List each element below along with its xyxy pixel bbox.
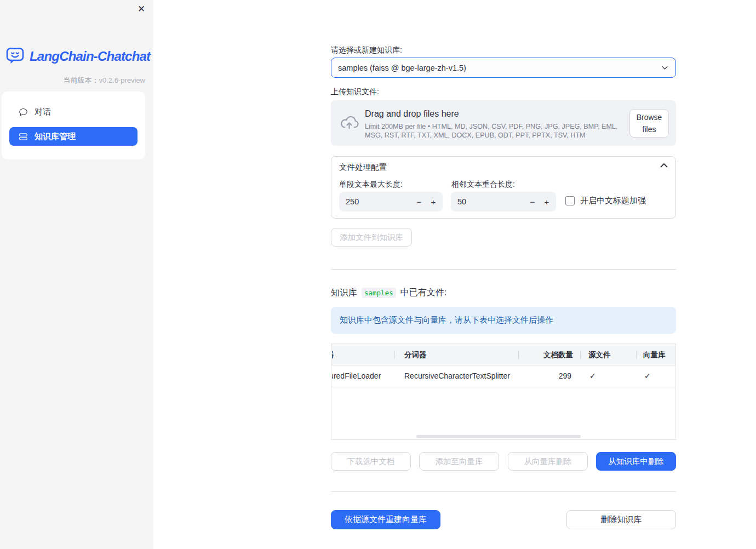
kb-name-chip: samples [362, 288, 396, 298]
chunk-size-label: 单段文本最大长度: [339, 180, 403, 190]
cell-splitter: RecursiveCharacterTextSplitter [404, 371, 510, 380]
dropzone-title: Drag and drop files here [365, 109, 459, 119]
brand-logo-icon [6, 47, 26, 65]
sidebar-menu: 对话 知识库管理 [2, 92, 145, 159]
cloud-upload-icon [340, 115, 359, 131]
kb-select[interactable]: samples (faiss @ bge-large-zh-v1.5) [331, 58, 676, 78]
chunk-plus-button[interactable]: + [427, 192, 439, 211]
minus-icon: − [530, 197, 535, 207]
sidebar-close-button[interactable]: ✕ [135, 3, 148, 16]
divider [331, 269, 676, 270]
chevron-down-icon [661, 64, 669, 72]
divider [331, 491, 676, 492]
info-banner: 知识库中包含源文件与向量库，请从下表中选择文件后操作 [331, 307, 676, 334]
plus-icon: + [545, 197, 549, 207]
column-header-splitter[interactable]: 分词器 [404, 350, 427, 360]
cell-source-check: ✓ [589, 371, 596, 380]
files-table: 文档加载器 分词器 文档数量 源文件 向量库 UnstructuredFileL… [331, 344, 676, 440]
upload-label: 上传知识文件: [331, 87, 379, 97]
plus-icon: + [431, 197, 436, 207]
close-icon: ✕ [138, 4, 145, 14]
overlap-minus-button[interactable]: − [526, 192, 539, 211]
column-divider [580, 351, 581, 359]
version-label: 当前版本： [63, 76, 99, 84]
chunk-size-stepper: − + [339, 192, 443, 211]
brand: LangChain-Chatchat [6, 47, 150, 65]
overlap-size-input[interactable] [457, 192, 523, 211]
expander-header[interactable]: 文件处理配置 [331, 157, 675, 175]
chat-bubble-icon [19, 107, 28, 117]
cell-docs-count: 299 [518, 371, 571, 380]
zh-title-checkbox[interactable] [565, 196, 575, 205]
delete-from-kb-button[interactable]: 从知识库中删除 [596, 452, 676, 471]
expander-title: 文件处理配置 [339, 162, 387, 173]
chunk-minus-button[interactable]: − [413, 192, 425, 211]
existing-prefix: 知识库 [331, 287, 357, 299]
rebuild-vector-store-button[interactable]: 依据源文件重建向量库 [331, 510, 440, 529]
file-dropzone[interactable]: Drag and drop files here Limit 200MB per… [331, 100, 676, 146]
info-banner-text: 知识库中包含源文件与向量库，请从下表中选择文件后操作 [340, 315, 553, 325]
sidebar-item-kb-management[interactable]: 知识库管理 [9, 127, 138, 146]
chunk-size-input[interactable] [346, 192, 411, 211]
sidebar-item-dialogue[interactable]: 对话 [9, 102, 138, 121]
main-content: 请选择或新建知识库: samples (faiss @ bge-large-zh… [331, 0, 676, 549]
cell-vector-check: ✓ [644, 371, 651, 380]
overlap-size-stepper: − + [451, 192, 556, 211]
delete-from-vector-button[interactable]: 从向量库删除 [508, 452, 588, 471]
dropzone-limit-text: Limit 200MB per file • HTML, MD, JSON, C… [365, 122, 627, 140]
sidebar: ✕ LangChain-Chatchat 当前版本：v0.2.6-preview [0, 0, 153, 549]
version-value: v0.2.6-preview [99, 76, 145, 84]
add-files-to-kb-button[interactable]: 添加文件到知识库 [331, 228, 412, 247]
existing-suffix: 中已有文件: [400, 287, 446, 299]
overlap-plus-button[interactable]: + [541, 192, 553, 211]
delete-kb-button[interactable]: 删除知识库 [566, 510, 676, 529]
column-header-source[interactable]: 源文件 [588, 350, 611, 360]
overlap-size-label: 相邻文本重合长度: [451, 180, 515, 190]
add-to-vector-button[interactable]: 添加至向量库 [419, 452, 499, 471]
column-header-docs[interactable]: 文档数量 [518, 350, 573, 360]
column-divider [636, 351, 637, 359]
table-header: 文档加载器 分词器 文档数量 源文件 向量库 [331, 344, 675, 365]
kb-select-label: 请选择或新建知识库: [331, 45, 402, 55]
column-header-vector[interactable]: 向量库 [643, 350, 666, 360]
existing-files-heading: 知识库 samples 中已有文件: [331, 287, 446, 299]
table-row[interactable]: UnstructuredFileLoader RecursiveCharacte… [331, 365, 675, 387]
zh-title-checkbox-row[interactable]: 开启中文标题加强 [565, 196, 646, 206]
app-root: ✕ LangChain-Chatchat 当前版本：v0.2.6-preview [0, 0, 756, 549]
zh-title-checkbox-label: 开启中文标题加强 [580, 196, 646, 206]
cell-loader: UnstructuredFileLoader [332, 371, 394, 381]
file-config-expander: 文件处理配置 单段文本最大长度: 相邻文本重合长度: − + − + [331, 156, 676, 219]
kb-select-value: samples (faiss @ bge-large-zh-v1.5) [338, 64, 661, 72]
minus-icon: − [417, 197, 422, 207]
stacked-bars-icon [19, 132, 28, 141]
brand-title: LangChain-Chatchat [30, 49, 150, 64]
version-line: 当前版本：v0.2.6-preview [63, 76, 145, 85]
chevron-up-icon [660, 163, 668, 168]
column-divider [394, 351, 395, 359]
sidebar-item-label: 知识库管理 [35, 131, 76, 142]
sidebar-item-label: 对话 [35, 107, 51, 117]
download-selected-button[interactable]: 下载选中文档 [331, 452, 411, 471]
browse-files-button[interactable]: Browse files [629, 109, 669, 138]
column-header-loader[interactable]: 文档加载器 [332, 350, 394, 360]
table-horizontal-scrollbar[interactable] [416, 435, 581, 438]
